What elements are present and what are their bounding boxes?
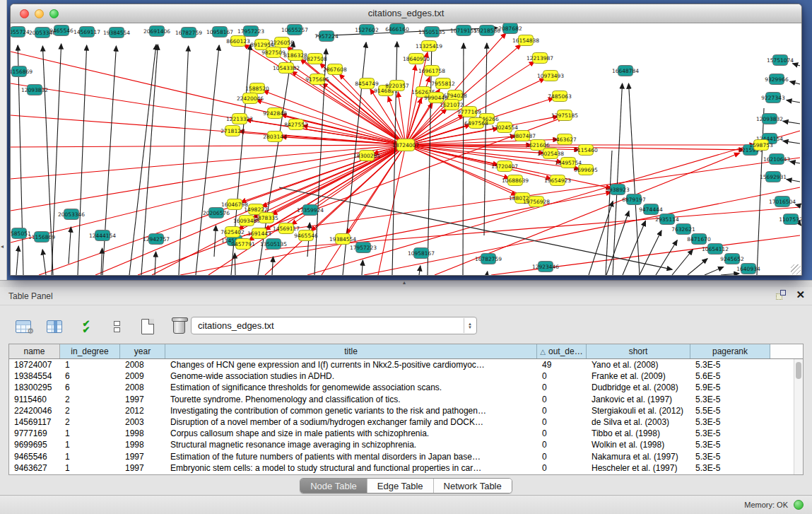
- create-table-button[interactable]: [137, 315, 158, 338]
- citation-edge-black[interactable]: [52, 44, 61, 275]
- table-row[interactable]: 1830029562008Estimation of significance …: [9, 382, 803, 393]
- cell-short[interactable]: Nakamura et al. (1997): [587, 451, 690, 462]
- cell-title[interactable]: Changes of HCN gene expression and I(f) …: [165, 359, 537, 370]
- cell-out_degree[interactable]: 0: [537, 462, 587, 474]
- citation-edge-black[interactable]: [606, 211, 629, 275]
- citation-edge-black[interactable]: [214, 226, 216, 257]
- citation-edge-black[interactable]: [487, 271, 488, 275]
- graph-node-10973493[interactable]: 10973493: [537, 71, 564, 81]
- graph-node-17957223[interactable]: 17957223: [237, 26, 264, 37]
- graph-node-20206576[interactable]: 20206576: [203, 208, 230, 218]
- network-window-titlebar[interactable]: citations_edges.txt: [11, 4, 801, 23]
- cell-pagerank[interactable]: 5.3E-5: [690, 451, 770, 462]
- row-format-button[interactable]: [106, 315, 127, 338]
- cell-in_degree[interactable]: 6: [60, 382, 120, 393]
- graph-node-7955812[interactable]: 7955812: [431, 78, 455, 89]
- scrollbar-thumb[interactable]: [796, 362, 801, 379]
- citation-edge-black[interactable]: [688, 259, 707, 275]
- graph-node-9329966[interactable]: 9329966: [765, 74, 789, 85]
- graph-node-9827509[interactable]: 9827509: [261, 47, 286, 58]
- graph-node-9699695[interactable]: 9699695: [574, 165, 598, 175]
- graph-node-2803144[interactable]: 2803144: [263, 132, 287, 142]
- graph-node-9115460[interactable]: 9115460: [574, 145, 598, 156]
- cell-out_degree[interactable]: 0: [537, 405, 587, 416]
- citation-edge-black[interactable]: [656, 240, 677, 275]
- cell-title[interactable]: Estimation of significance thresholds fo…: [165, 382, 537, 393]
- citation-edge-black[interactable]: [463, 43, 464, 275]
- cell-in_degree[interactable]: 6: [60, 370, 120, 382]
- panel-splitter[interactable]: ▴: [0, 280, 812, 287]
- cell-title[interactable]: Corpus callosum shape and size in male p…: [165, 428, 537, 439]
- graph-node-16782759[interactable]: 16782759: [475, 254, 502, 264]
- graph-node-10688639[interactable]: 10688639: [502, 175, 529, 186]
- graph-node-2867608[interactable]: 2867608: [323, 64, 347, 75]
- citation-edge-black[interactable]: [783, 141, 800, 144]
- graph-node-2087682[interactable]: 2087682: [498, 23, 522, 34]
- network-canvas[interactable]: 2055724200533469465546145691171938455420…: [11, 23, 801, 275]
- citation-edge-black[interactable]: [787, 100, 800, 103]
- graph-node-9938923[interactable]: 9938923: [606, 185, 630, 195]
- cell-name[interactable]: 22420046: [9, 405, 60, 416]
- graph-node-12942757[interactable]: 12942757: [143, 234, 170, 245]
- graph-node-19654923[interactable]: 19654923: [544, 175, 571, 186]
- graph-node-13024554[interactable]: 13024554: [491, 122, 518, 133]
- graph-node-17957223[interactable]: 17957223: [350, 243, 377, 253]
- citation-edge-black[interactable]: [796, 204, 800, 206]
- citation-edge-black[interactable]: [640, 230, 661, 275]
- citation-edge-black[interactable]: [362, 260, 363, 275]
- citation-edge-black[interactable]: [629, 83, 640, 275]
- cell-name[interactable]: 9115460: [9, 394, 60, 405]
- cell-year[interactable]: 1998: [120, 439, 165, 450]
- graph-node-15692931[interactable]: 15692931: [760, 172, 787, 182]
- cell-short[interactable]: Dudbridge et al. (2008): [587, 382, 690, 393]
- cell-name[interactable]: 9777169: [9, 428, 60, 439]
- graph-node-22420046[interactable]: 22420046: [237, 93, 264, 104]
- cell-short[interactable]: Tibbo et al. (1998): [587, 428, 690, 439]
- tab-edge-table[interactable]: Edge Table: [367, 479, 434, 493]
- cell-out_degree[interactable]: 49: [537, 359, 587, 370]
- cell-year[interactable]: 2003: [120, 416, 165, 428]
- citation-edge-black[interactable]: [783, 121, 800, 124]
- resize-grip-icon[interactable]: [791, 264, 801, 274]
- cell-name[interactable]: 9463627: [9, 462, 60, 474]
- cell-title[interactable]: Investigating the contribution of common…: [165, 405, 537, 416]
- cell-name[interactable]: 9465546: [9, 451, 60, 462]
- graph-node-16648784[interactable]: 16648784: [612, 66, 639, 76]
- vertical-scrollbar[interactable]: [794, 359, 803, 474]
- cell-title[interactable]: Genome-wide association studies in ADHD.: [165, 370, 537, 382]
- cell-in_degree[interactable]: 1: [60, 359, 120, 370]
- cell-short[interactable]: Yano et al. (2008): [587, 359, 690, 370]
- citation-edge-red[interactable]: [406, 65, 416, 145]
- citation-edge-black[interactable]: [179, 46, 189, 275]
- graph-node-17016504[interactable]: 17016504: [769, 197, 796, 207]
- cell-pagerank[interactable]: 5.3E-5: [690, 428, 770, 439]
- cell-pagerank[interactable]: 5.6E-5: [690, 370, 770, 382]
- graph-node-9245652[interactable]: 9245652: [720, 254, 744, 264]
- citation-edge-black[interactable]: [623, 221, 645, 275]
- graph-node-9465546[interactable]: 9465546: [294, 230, 318, 241]
- cell-in_degree[interactable]: 1: [60, 428, 120, 439]
- graph-node-11156869[interactable]: 11156869: [11, 66, 33, 77]
- cell-year[interactable]: 2009: [120, 370, 165, 382]
- cell-short[interactable]: Wolkin et al. (1998): [587, 439, 690, 450]
- cell-short[interactable]: Stergiakouli et al. (2012): [587, 405, 690, 416]
- graph-node-19384554[interactable]: 19384554: [103, 28, 130, 38]
- cell-title[interactable]: Tourette syndrome. Phenomenology and cla…: [165, 394, 537, 405]
- cell-out_degree[interactable]: 0: [537, 439, 587, 450]
- citation-edge-black[interactable]: [787, 180, 800, 182]
- tab-network-table[interactable]: Network Table: [434, 479, 512, 493]
- graph-node-6879197[interactable]: 6879197: [622, 194, 646, 205]
- citation-edge-red[interactable]: [378, 145, 406, 275]
- citation-edge-black[interactable]: [78, 45, 87, 275]
- cell-in_degree[interactable]: 2: [60, 416, 120, 428]
- delete-table-button[interactable]: [168, 315, 189, 338]
- cell-year[interactable]: 2008: [120, 359, 165, 370]
- graph-node-8427552[interactable]: 8427552: [284, 119, 308, 130]
- graph-node-1691443[interactable]: 1691443: [247, 228, 271, 239]
- citation-edge-black[interactable]: [235, 253, 235, 275]
- citation-edge-black[interactable]: [155, 252, 156, 275]
- splitter-handle-icon[interactable]: ▴: [403, 279, 406, 286]
- graph-node-15751074[interactable]: 15751074: [767, 55, 794, 66]
- graph-node-14569117[interactable]: 14569117: [73, 27, 100, 37]
- graph-node-10958167[interactable]: 10958167: [408, 248, 435, 259]
